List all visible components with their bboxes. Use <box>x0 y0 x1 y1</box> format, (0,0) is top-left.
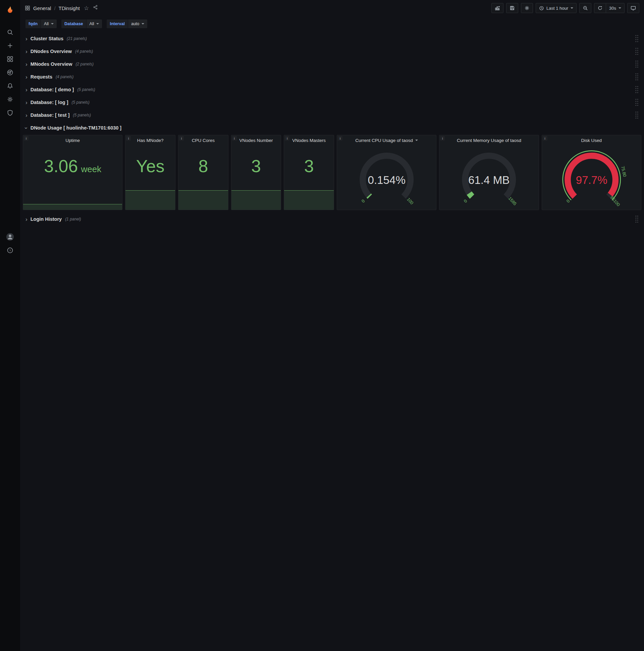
svg-text:95100: 95100 <box>609 195 621 207</box>
topnav-actions: Last 1 hour 30s <box>491 3 639 13</box>
stat-body: 8 <box>179 145 228 210</box>
row-title: Database: [ log ] <box>31 100 68 105</box>
time-range-picker[interactable]: Last 1 hour <box>536 3 577 13</box>
stat-value: Yes <box>136 157 165 176</box>
row-panel-count: (21 panels) <box>67 36 87 41</box>
cycle-view-mode-button[interactable] <box>627 3 639 13</box>
row-title: DNode Usage [ huolinhe-TM1701:6030 ] <box>31 125 122 130</box>
top-navbar: General / TDinsight ☆ La <box>20 0 644 16</box>
stat-body: 3 <box>284 145 334 210</box>
add-panel-button[interactable] <box>491 3 504 13</box>
zoom-out-time-button[interactable] <box>579 3 591 13</box>
breadcrumb-dashboard-title[interactable]: TDinsight <box>59 5 80 11</box>
dashboard-row-mnodes-overview[interactable]: ›MNodes Overview(2 panels) <box>23 58 641 70</box>
row-drag-handle[interactable] <box>635 73 639 81</box>
dashboard-row-database-demo[interactable]: ›Database: [ demo ](5 panels) <box>23 83 641 96</box>
chevron-right-icon: › <box>26 100 28 105</box>
svg-text:100: 100 <box>406 197 415 205</box>
stat-panel-has-mnode-title: Has MNode? <box>137 138 164 143</box>
refresh-button[interactable] <box>594 3 606 13</box>
refresh-interval-picker[interactable]: 30s <box>606 3 624 13</box>
chevron-right-icon: › <box>26 216 28 222</box>
collapsed-rows: ›Cluster Status(21 panels)›DNodes Overvi… <box>23 32 641 122</box>
stat-panel-vnodes-masters-title: VNodes Masters <box>292 138 326 143</box>
stat-panel-uptime-header[interactable]: Uptime <box>23 135 122 145</box>
row-panel-count: (5 panels) <box>71 100 89 105</box>
stat-panel-vnodes-masters-header[interactable]: VNodes Masters <box>284 135 334 145</box>
dashboard-row-login-history[interactable]: ›Login History(1 panel) <box>23 213 641 225</box>
stat-sparkline <box>284 190 334 210</box>
explore-compass-icon[interactable] <box>3 66 18 79</box>
variable-value-dropdown-interval[interactable]: auto <box>128 20 147 28</box>
share-icon[interactable] <box>93 5 98 11</box>
stat-value: 8 <box>198 157 208 176</box>
breadcrumb-folder[interactable]: General <box>33 5 51 11</box>
dashboard-row-cluster-status[interactable]: ›Cluster Status(21 panels) <box>23 32 641 45</box>
stat-panel-has-mnode: iHas MNode?Yes <box>125 135 175 210</box>
row-drag-handle[interactable] <box>635 60 639 68</box>
dashboard-row-database-test[interactable]: ›Database: [ test ](5 panels) <box>23 109 641 122</box>
chevron-down-icon <box>571 7 573 9</box>
gauge-panel-disk-used-header[interactable]: Disk Used <box>542 135 641 145</box>
row-drag-handle[interactable] <box>635 215 639 223</box>
chevron-down-icon <box>51 23 54 25</box>
row-drag-handle[interactable] <box>635 111 639 119</box>
dashboard-settings-button[interactable] <box>521 3 533 13</box>
variable-label-database[interactable]: Database <box>61 20 86 28</box>
variable-value-dropdown-database[interactable]: All <box>87 20 102 28</box>
grafana-app: ? General / TDinsight ☆ <box>0 0 644 651</box>
gauge-panel-current-memory-usage-of-taosd: iCurrent Memory Usage of taosd0158561.4 … <box>439 135 539 210</box>
stat-panel-uptime-title: Uptime <box>65 138 80 143</box>
gauge-panel-current-cpu-usage-of-taosd: iCurrent CPU Usage of taosd01000.154% <box>337 135 437 210</box>
variable-value-text: auto <box>131 22 139 26</box>
dashboard-row-database-log[interactable]: ›Database: [ log ](5 panels) <box>23 96 641 109</box>
help-icon[interactable]: ? <box>3 244 18 257</box>
row-drag-handle[interactable] <box>635 86 639 94</box>
chevron-icon: › <box>24 127 29 129</box>
variable-label-fqdn[interactable]: fqdn <box>26 20 40 28</box>
row-title: Requests <box>31 74 52 80</box>
search-icon[interactable] <box>3 26 18 39</box>
stat-panel-has-mnode-header[interactable]: Has MNode? <box>125 135 175 145</box>
gauge-panel-current-cpu-usage-of-taosd-header[interactable]: Current CPU Usage of taosd <box>337 135 436 145</box>
dashboard-row-dnode-usage[interactable]: › DNode Usage [ huolinhe-TM1701:6030 ] <box>23 122 641 134</box>
server-admin-shield-icon[interactable] <box>3 106 18 120</box>
stat-panel-uptime: iUptime3.06week <box>23 135 122 210</box>
main-area: General / TDinsight ☆ La <box>20 0 644 651</box>
dashboard-row-dnodes-overview[interactable]: ›DNodes Overview(4 panels) <box>23 45 641 58</box>
row-drag-handle[interactable] <box>635 35 639 42</box>
stat-unit: week <box>81 164 101 175</box>
stat-panel-vnodes-number-header[interactable]: VNodes Number <box>231 135 281 145</box>
dashboards-icon[interactable] <box>3 52 18 66</box>
svg-text:97.7%: 97.7% <box>576 174 607 186</box>
stat-panel-cpu-cores-header[interactable]: CPU Cores <box>179 135 228 145</box>
row-panel-count: (2 panels) <box>76 62 94 66</box>
save-dashboard-button[interactable] <box>506 3 518 13</box>
variable-label-interval[interactable]: Interval <box>107 20 127 28</box>
sidebar: ? <box>0 0 20 651</box>
stat-panel-cpu-cores-title: CPU Cores <box>192 138 215 143</box>
chevron-right-icon: › <box>26 61 28 67</box>
user-avatar[interactable] <box>3 230 18 244</box>
star-icon[interactable]: ☆ <box>84 5 89 12</box>
alerting-bell-icon[interactable] <box>3 79 18 93</box>
dashboard-body: ›Cluster Status(21 panels)›DNodes Overvi… <box>20 32 644 651</box>
gauge-panel-current-memory-usage-of-taosd-title: Current Memory Usage of taosd <box>457 138 521 143</box>
row-title: Database: [ test ] <box>31 113 70 118</box>
chevron-right-icon: › <box>26 113 28 118</box>
stat-body: Yes <box>125 145 175 210</box>
configuration-gear-icon[interactable] <box>3 93 18 106</box>
row-drag-handle[interactable] <box>635 47 639 55</box>
gauge-panel-current-memory-usage-of-taosd-header[interactable]: Current Memory Usage of taosd <box>440 135 538 145</box>
create-plus-icon[interactable] <box>3 39 18 52</box>
variable-value-text: All <box>44 22 49 26</box>
cpu-gauge: 01000.154% <box>337 145 436 210</box>
grafana-logo[interactable] <box>3 3 18 17</box>
row-panel-count: (4 panels) <box>56 74 73 79</box>
dashboard-row-requests[interactable]: ›Requests(4 panels) <box>23 70 641 83</box>
variable-value-dropdown-fqdn[interactable]: All <box>41 20 57 28</box>
stat-panel-vnodes-masters: iVNodes Masters3 <box>284 135 334 210</box>
stat-panels-row: iUptime3.06weekiHas MNode?YesiCPU Cores8… <box>23 135 641 210</box>
row-drag-handle[interactable] <box>635 98 639 106</box>
stat-sparkline <box>23 204 122 210</box>
